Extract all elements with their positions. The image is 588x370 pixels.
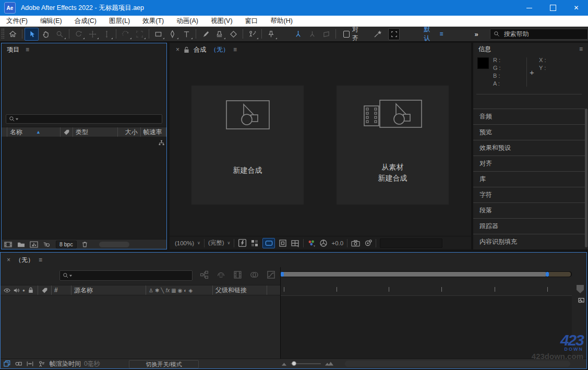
menu-effect[interactable]: 效果(T): [136, 16, 170, 27]
motion-blur-icon[interactable]: [250, 270, 259, 279]
timeline-panel-menu-icon[interactable]: ≡: [39, 256, 42, 264]
timeline-tab-close-icon[interactable]: ×: [7, 256, 10, 264]
solo-icon[interactable]: ●: [22, 288, 25, 293]
comp-tab-label[interactable]: 合成: [194, 45, 206, 54]
menu-composition[interactable]: 合成(C): [68, 16, 103, 27]
parent-link-column[interactable]: 父级和链接: [213, 285, 267, 295]
navigator-bar[interactable]: [282, 272, 546, 277]
right-stack-scrollbar[interactable]: [585, 109, 587, 247]
hierarchy-icon[interactable]: [158, 140, 165, 147]
time-navigator[interactable]: [281, 271, 572, 277]
workspace-menu-icon[interactable]: ≡: [440, 30, 443, 38]
type-tool[interactable]: [179, 28, 194, 41]
snap-bracket-button[interactable]: [388, 28, 400, 40]
clone-stamp-tool[interactable]: [212, 28, 226, 41]
transparency-grid-icon[interactable]: [250, 239, 259, 247]
column-label-color[interactable]: [61, 127, 73, 137]
help-search-input[interactable]: [503, 30, 578, 38]
frame-blending-icon[interactable]: [233, 270, 242, 279]
new-composition-icon[interactable]: [30, 241, 38, 248]
timeline-split-divider[interactable]: [280, 267, 281, 359]
camera-tool[interactable]: [133, 28, 147, 41]
expand-layer-switches-icon[interactable]: [3, 360, 11, 367]
hand-tool[interactable]: [39, 28, 53, 41]
info-tab[interactable]: 信息: [478, 45, 491, 54]
menu-edit[interactable]: 编辑(E): [34, 16, 68, 27]
toolbar-overflow-button[interactable]: »: [475, 30, 478, 38]
panel-tab-preview[interactable]: 预览: [473, 124, 585, 140]
toggle-switches-modes-button[interactable]: 切换开关/模式: [129, 360, 199, 368]
brush-tool[interactable]: [198, 28, 212, 41]
menu-file[interactable]: 文件(F): [0, 16, 34, 27]
panel-tab-audio[interactable]: 音频: [473, 109, 585, 124]
comp-marker-icon[interactable]: [577, 297, 584, 304]
menu-help[interactable]: 帮助(H): [265, 16, 299, 27]
interpret-footage-icon[interactable]: [4, 241, 13, 248]
selection-tool[interactable]: [25, 28, 39, 41]
eraser-tool[interactable]: [226, 28, 241, 41]
menu-layer[interactable]: 图层(L): [103, 16, 136, 27]
menu-view[interactable]: 视图(V): [205, 16, 239, 27]
vertical-scroll-thumb[interactable]: [577, 285, 584, 293]
trash-icon[interactable]: [81, 241, 88, 248]
navigator-start-handle[interactable]: [281, 272, 284, 277]
render-time-pane-icon[interactable]: [38, 360, 45, 367]
roto-brush-tool[interactable]: [245, 28, 259, 41]
expand-in-out-icon[interactable]: [26, 360, 34, 367]
label-column[interactable]: [38, 285, 52, 295]
expand-transfer-controls-icon[interactable]: [15, 360, 22, 367]
panel-tab-content-aware-fill[interactable]: 内容识别填充: [473, 234, 585, 249]
pen-tool[interactable]: [165, 28, 179, 41]
column-type[interactable]: 类型: [73, 127, 118, 137]
project-item-list[interactable]: [2, 138, 166, 239]
snap-label[interactable]: 对齐: [352, 25, 364, 43]
magnification-dropdown[interactable]: (100%) ∨: [175, 240, 200, 246]
panel-tab-tracker[interactable]: 跟踪器: [473, 218, 585, 234]
world-axis-mode-button[interactable]: [305, 28, 319, 41]
snapshot-camera-icon[interactable]: [351, 240, 360, 247]
mask-visibility-button[interactable]: [262, 238, 275, 248]
mini-flowchart-icon[interactable]: [200, 270, 209, 279]
menu-animation[interactable]: 动画(A): [170, 16, 205, 27]
source-name-column[interactable]: 源名称: [71, 285, 146, 295]
comp-panel-menu-icon[interactable]: ≡: [233, 46, 237, 53]
column-size[interactable]: 大小: [118, 127, 140, 137]
track-area[interactable]: [281, 295, 572, 359]
switches-column[interactable]: ♙ ✱ ╲ fx ▦ ◉ ◐ ◈: [146, 285, 213, 295]
zoom-slider-track[interactable]: [291, 363, 321, 364]
help-search-box[interactable]: [490, 29, 588, 40]
workspace-selector[interactable]: 默认: [424, 25, 435, 43]
new-comp-from-footage-card[interactable]: 从素材 新建合成: [337, 86, 449, 205]
view-axis-mode-button[interactable]: [319, 28, 333, 41]
color-depth-button[interactable]: 8 bpc: [56, 241, 77, 248]
rotation-tool[interactable]: [118, 28, 133, 41]
exposure-value[interactable]: +0.0: [331, 240, 343, 246]
grid-guides-icon[interactable]: [291, 239, 299, 247]
puppet-pin-tool[interactable]: [264, 28, 278, 41]
column-framerate[interactable]: 帧速率: [141, 127, 166, 137]
horizontal-scrollbar[interactable]: [345, 361, 570, 367]
timeline-tab-label[interactable]: （无）: [15, 256, 34, 265]
local-axis-mode-button[interactable]: [291, 28, 305, 41]
maximize-button[interactable]: [541, 0, 565, 16]
graph-editor-icon[interactable]: [267, 270, 275, 279]
eye-icon[interactable]: [4, 288, 10, 293]
exposure-icon[interactable]: [319, 239, 328, 247]
comp-tab-close-icon[interactable]: ×: [176, 46, 179, 53]
hide-shy-layers-icon[interactable]: [217, 270, 225, 279]
project-panel-menu-icon[interactable]: ≡: [26, 46, 29, 53]
comp-tab-none[interactable]: （无）: [210, 45, 229, 54]
pan-camera-tool[interactable]: [86, 28, 100, 41]
new-composition-card[interactable]: 新建合成: [191, 86, 304, 205]
minimize-button[interactable]: [518, 0, 541, 16]
layer-list-area[interactable]: [1, 295, 280, 359]
new-folder-icon[interactable]: [17, 241, 25, 248]
resolution-dropdown[interactable]: (完整) ∨: [208, 239, 231, 247]
close-button[interactable]: ✕: [565, 0, 588, 16]
project-tab[interactable]: 项目: [7, 45, 19, 54]
orbit-camera-tool[interactable]: [71, 28, 86, 41]
project-search-box[interactable]: [6, 114, 162, 124]
rectangle-tool[interactable]: [151, 28, 165, 41]
zoom-tool[interactable]: [53, 28, 67, 41]
channel-settings-icon[interactable]: [307, 239, 316, 247]
